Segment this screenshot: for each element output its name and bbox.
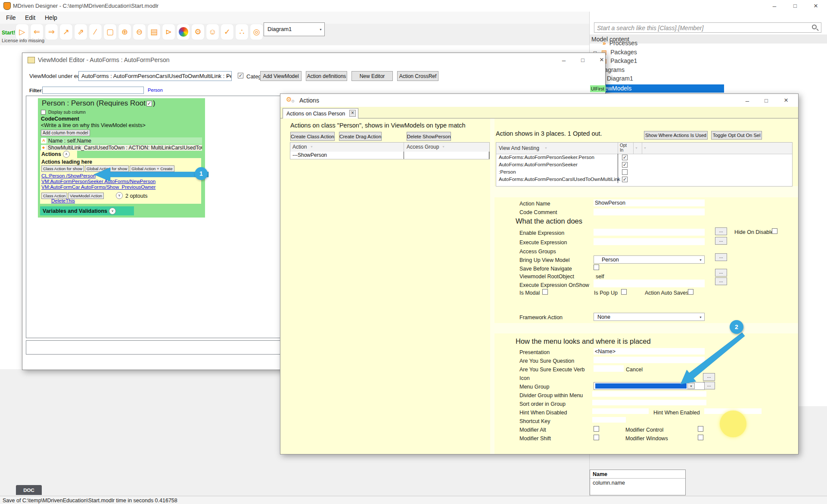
add-column-button[interactable]: Add column from model [41, 130, 90, 136]
close-button[interactable] [806, 0, 825, 12]
filter-person-link[interactable]: Person [148, 87, 163, 93]
property-name-value[interactable]: column.name [593, 480, 625, 486]
column-row-name[interactable]: A Name : self.Name [41, 137, 202, 144]
spiral-target-button[interactable]: ◎ [250, 24, 263, 40]
filter-icon[interactable] [635, 146, 638, 149]
bring-up-viewmodel-select[interactable]: Person [594, 255, 705, 264]
menu-file[interactable]: File [6, 14, 16, 21]
actions-title-bar[interactable]: ⚙ ⚙ Actions [280, 94, 798, 107]
tab-actions-on-class-person[interactable]: Actions on Class Person [283, 108, 358, 118]
requires-root-checkbox[interactable] [146, 101, 152, 106]
filter-input[interactable] [42, 87, 144, 94]
modifier-shift-checkbox[interactable] [594, 435, 599, 440]
categ-checkbox[interactable] [238, 73, 243, 78]
opt-in-checkbox[interactable] [622, 169, 628, 175]
settings-gears-button[interactable]: ⚙ [191, 24, 205, 40]
code-comment-input[interactable] [594, 208, 705, 215]
column-row-action[interactable]: ◆ ShowMultiLink_CarsIUsedToOwn : ACTION:… [41, 145, 202, 151]
toggle-opt-out-button[interactable]: Toggle Opt Out On Sel [711, 131, 762, 140]
variables-validations-bar[interactable]: Variables and Validations [40, 206, 134, 215]
divider-group-input[interactable] [592, 391, 706, 397]
add-viewmodel-button[interactable]: Add ViewModel [260, 71, 302, 81]
filter-icon[interactable] [644, 146, 647, 149]
maximize-button[interactable] [786, 0, 805, 12]
actions-minimize-button[interactable] [738, 94, 757, 107]
vm-title-bar[interactable]: ViewModel Editor - AutoForms : AutoFormP… [22, 53, 605, 67]
viewmodel-under-edit-select[interactable]: AutoForms : AutoFormPersonCarsIUsedToOwn… [78, 71, 232, 81]
show-where-actions-used-button[interactable]: Show Where Actions Is Used [644, 131, 708, 140]
create-drag-action-button[interactable]: Create Drag Action [339, 132, 382, 141]
actions-maximize-button[interactable] [757, 94, 776, 107]
is-popup-checkbox[interactable] [621, 289, 627, 295]
tab-close-icon[interactable] [349, 110, 356, 117]
link-arrow-button[interactable]: ⇗ [74, 24, 87, 40]
actions-section-tab[interactable]: Actions [40, 150, 77, 158]
column-header-opt[interactable]: Opt [620, 143, 627, 148]
delete-showperson-button[interactable]: Delete ShowPerson [407, 132, 451, 141]
user-access-button[interactable]: ☺ [206, 24, 219, 40]
derived-link-button[interactable]: ∴ [235, 24, 249, 40]
are-you-sure-verb-input[interactable] [594, 365, 624, 372]
filter-icon[interactable] [442, 145, 445, 148]
actions-close-button[interactable] [777, 94, 796, 107]
nesting-row[interactable]: :Person [496, 168, 792, 176]
column-header-in[interactable]: In [620, 148, 623, 152]
filter-icon[interactable] [544, 146, 547, 149]
sort-order-input[interactable] [592, 400, 706, 405]
opt-in-checkbox[interactable] [622, 162, 628, 168]
code-comment-hint[interactable]: <Write a line on why this ViewModel exis… [41, 122, 146, 128]
action-button-tool[interactable]: ▢ [103, 24, 117, 40]
vm-minimize-button[interactable] [554, 53, 573, 67]
sidebar-item-diagram1[interactable]: Diagram1 [607, 75, 633, 82]
run-window-button[interactable]: ⊳ [162, 24, 175, 40]
opt-in-checkbox[interactable] [622, 155, 628, 160]
execute-expression-ellipsis-button[interactable]: ... [715, 237, 727, 245]
is-modal-checkbox[interactable] [542, 289, 548, 295]
class-action-for-show-button[interactable]: Class Action for show [41, 165, 84, 172]
variables-expand-icon[interactable] [109, 208, 116, 215]
diagram-selector[interactable]: Diagram1 [264, 22, 325, 36]
search-input[interactable]: Start a search like this [Class].[Member… [594, 22, 821, 33]
column-header-access-group[interactable]: Access Group [407, 144, 439, 150]
column-header-view-nesting[interactable]: View And Nesting [499, 145, 539, 151]
menu-help[interactable]: Help [45, 14, 57, 21]
autoform-button[interactable]: ▤ [147, 24, 161, 40]
table-row-showperson[interactable]: ---ShowPerson [290, 152, 489, 159]
create-class-action-button[interactable]: Create Class Action [290, 132, 335, 141]
minimize-button[interactable] [765, 0, 784, 12]
association-arrow-button[interactable]: ↗ [59, 24, 73, 40]
rootobject-ellipsis-button-2[interactable]: ... [715, 277, 727, 285]
new-editor-button[interactable]: New Editor [351, 71, 393, 81]
shortcut-key-input[interactable] [592, 417, 626, 423]
nesting-row[interactable]: AutoForms:AutoFormPersonSeeker [496, 161, 792, 168]
collapse-icon[interactable] [63, 151, 70, 158]
sidebar-item-viewmodels[interactable]: ViewModels [597, 84, 724, 93]
zoom-out-button[interactable]: ⊖ [133, 24, 146, 40]
zoom-in-button[interactable]: ⊕ [118, 24, 131, 40]
action-auto-saves-checkbox[interactable] [688, 289, 693, 295]
sidebar-item-processes[interactable]: » Processes [603, 40, 637, 47]
action-link-showperson[interactable]: CL:Person /ShowPerson [41, 173, 96, 178]
delete-this-link[interactable]: DeleteThis [51, 198, 75, 203]
opt-in-checkbox[interactable] [622, 177, 628, 182]
viewmodel-rootobject-value[interactable]: self [596, 274, 604, 280]
modifier-windows-checkbox[interactable] [698, 435, 703, 440]
modifier-alt-checkbox[interactable] [594, 426, 599, 432]
action-crossref-button[interactable]: Action CrossRef [397, 71, 438, 81]
execute-onshow-input[interactable] [594, 281, 705, 287]
execute-expression-input[interactable] [594, 238, 705, 245]
bring-up-ellipsis-button[interactable]: ... [715, 253, 727, 261]
action-link-previousowner[interactable]: VM:AutoFormCar AutoForms/Show_PreviousOw… [41, 184, 155, 190]
enable-expression-input[interactable] [594, 229, 705, 236]
action-name-input[interactable]: ShowPerson [594, 199, 705, 206]
validate-check-button[interactable]: ✓ [221, 24, 234, 40]
filter-icon[interactable] [310, 145, 313, 148]
save-before-navigate-checkbox[interactable] [594, 264, 599, 270]
modifier-control-checkbox[interactable] [698, 426, 703, 432]
vm-close-button[interactable] [592, 53, 611, 67]
doc-button[interactable]: DOC [16, 485, 42, 495]
menu-edit[interactable]: Edit [25, 14, 35, 21]
start-label[interactable]: Start! [2, 30, 15, 36]
nesting-row[interactable]: AutoForms:AutoFormPersonSeeker.Person [496, 154, 792, 161]
display-sub-column-checkbox[interactable] [41, 110, 46, 115]
